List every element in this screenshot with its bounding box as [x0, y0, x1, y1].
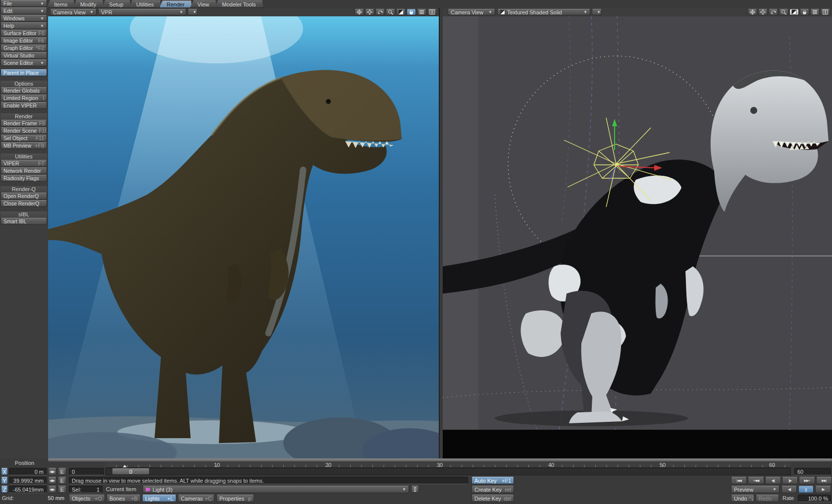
current-item-dropdown[interactable]: Light (3) ▼ [143, 486, 409, 493]
graph-editor-button[interactable]: Graph Editor^F2 [0, 45, 47, 51]
group-header-render: Render [0, 113, 47, 120]
radiosity-flags-button[interactable]: Radiosity Flags [0, 175, 47, 182]
play-reverse-button[interactable]: ◀ [781, 486, 797, 493]
maximize-view-icon[interactable] [821, 9, 830, 15]
move-view-icon[interactable] [365, 9, 374, 15]
lights-button[interactable]: Lights+L [142, 495, 176, 502]
step-back-button[interactable]: ◀|| [765, 477, 781, 484]
viewport-options-dropdown[interactable]: ▼ [592, 9, 602, 15]
auto-key-button[interactable]: Auto Key+F1 [471, 477, 514, 484]
objects-button[interactable]: Objects+O [69, 495, 105, 502]
grid-value: 50 mm [30, 495, 64, 501]
lightwave-layout-window: Items Modify Setup Utilities Render View… [0, 0, 832, 504]
single-view-icon[interactable] [789, 9, 799, 15]
zoom-view-icon[interactable] [386, 9, 395, 15]
opengl-scene-view[interactable] [443, 16, 832, 430]
tab-setup[interactable]: Setup [102, 0, 131, 8]
prev-key-button[interactable]: +◀◀ [748, 477, 764, 484]
parent-in-place-button[interactable]: Parent in Place [0, 69, 47, 76]
redo-button[interactable]: Redo [756, 495, 779, 502]
vpr-bucket-icon[interactable] [800, 9, 809, 15]
rate-field[interactable]: 100.0 % [798, 495, 831, 502]
menu-help[interactable]: Help▼ [0, 22, 47, 29]
zoom-view-icon[interactable] [779, 9, 788, 15]
open-renderq-button[interactable]: Open RenderQ [0, 193, 47, 200]
play-forward-button[interactable]: ▶ [815, 486, 831, 493]
tab-view[interactable]: View [190, 0, 217, 8]
go-start-button[interactable]: |◀◀ [731, 477, 747, 484]
image-editor-button[interactable]: Image EditorF6 [0, 37, 47, 44]
item-list-popup-button[interactable] [411, 486, 419, 493]
single-view-icon[interactable] [396, 9, 406, 15]
render-frame-button[interactable]: Render FrameF9 [0, 120, 47, 127]
menu-file[interactable]: File▼ [0, 0, 47, 7]
vpr-render-view[interactable] [48, 16, 439, 459]
next-key-button[interactable]: ▶▶+ [799, 477, 815, 484]
sel-object-button[interactable]: Sel ObjectF11 [0, 135, 47, 142]
list-icon [414, 487, 416, 492]
render-mode-dropdown[interactable]: VPR▼ [98, 9, 186, 15]
tab-modeler-tools[interactable]: Modeler Tools [214, 0, 263, 8]
undo-button[interactable]: Undo^Z [731, 495, 754, 502]
position-y-field[interactable]: 39.9992 mm [9, 477, 47, 484]
smart-ibl-button[interactable]: Smart IBL [0, 218, 47, 225]
viewport-options-dropdown[interactable]: ▼ [188, 9, 198, 15]
viper-button[interactable]: VIPERF7 [0, 160, 47, 167]
x-axis-button[interactable]: X [1, 468, 8, 475]
scene-editor-button[interactable]: Scene Editor▼ [0, 59, 47, 66]
viewport-menu-icon[interactable] [417, 9, 426, 15]
y-envelope-button[interactable]: E [58, 477, 66, 484]
close-renderq-button[interactable]: Close RenderQ [0, 200, 47, 207]
enable-viper-button[interactable]: Enable VIPER [0, 102, 47, 109]
mb-preview-button[interactable]: MB Preview+F9 [0, 142, 47, 149]
view-type-dropdown[interactable]: Camera View▼ [448, 9, 495, 15]
tab-utilities[interactable]: Utilities [129, 0, 161, 8]
pause-button[interactable]: || [798, 486, 814, 493]
tab-render[interactable]: Render [159, 0, 192, 8]
maximize-view-icon[interactable] [427, 9, 437, 15]
y-axis-button[interactable]: Y [1, 477, 8, 484]
center-item-icon[interactable] [355, 9, 364, 15]
create-key-button[interactable]: Create Keyret [471, 486, 514, 493]
render-globals-button[interactable]: Render Globals [0, 87, 47, 94]
position-x-field[interactable]: 0 m [9, 468, 47, 475]
timeline-slider-handle[interactable]: 0 [112, 468, 150, 475]
center-item-icon[interactable] [748, 9, 757, 15]
group-header-sibl: sIBL [0, 211, 47, 218]
limited-region-button[interactable]: Limited Regionl [0, 95, 47, 101]
cameras-button[interactable]: Cameras+C [178, 495, 214, 502]
z-envelope-button[interactable]: E [58, 486, 66, 493]
bones-button[interactable]: Bones+B [106, 495, 141, 502]
rotate-view-icon[interactable] [769, 9, 778, 15]
properties-button[interactable]: Propertiesp [216, 495, 254, 502]
tab-items[interactable]: Items [47, 0, 75, 8]
menu-edit[interactable]: Edit▼ [0, 7, 47, 14]
virtual-studio-button[interactable]: Virtual Studio [0, 52, 47, 59]
surface-editor-button[interactable]: Surface EditorF5 [0, 30, 47, 37]
move-view-icon[interactable] [758, 9, 768, 15]
shading-mode-dropdown[interactable]: Textured Shaded Solid▼ [497, 9, 590, 15]
position-z-field[interactable]: -65.0419mm [9, 486, 47, 493]
panel-divider-handle[interactable] [48, 458, 832, 461]
current-frame-field[interactable]: 0 [69, 468, 104, 475]
delete-key-button[interactable]: Delete Keydel [471, 495, 514, 502]
preview-dropdown[interactable]: Preview▼ [731, 486, 780, 493]
go-end-button[interactable]: ▶▶| [816, 477, 832, 484]
timeline-track[interactable]: 0 [105, 468, 791, 475]
step-forward-button[interactable]: ||▶ [782, 477, 798, 484]
x-stepper[interactable]: ◀▶ [48, 468, 56, 475]
rotate-view-icon[interactable] [375, 9, 385, 15]
z-stepper[interactable]: ◀▶ [48, 486, 56, 493]
menu-windows[interactable]: Windows▼ [0, 15, 47, 22]
view-type-dropdown[interactable]: Camera View▼ [50, 9, 97, 15]
tab-modify[interactable]: Modify [73, 0, 104, 8]
timeline-ruler[interactable]: 10 20 30 40 50 60 [105, 462, 791, 468]
end-frame-field[interactable]: 60 [794, 468, 831, 475]
x-envelope-button[interactable]: E [58, 468, 66, 475]
network-render-button[interactable]: Network Render [0, 167, 47, 174]
render-scene-button[interactable]: Render SceneF10 [0, 127, 47, 134]
vpr-bucket-icon[interactable] [407, 9, 416, 15]
y-stepper[interactable]: ◀▶ [48, 477, 56, 484]
z-axis-button[interactable]: Z [1, 486, 8, 493]
viewport-menu-icon[interactable] [810, 9, 820, 15]
